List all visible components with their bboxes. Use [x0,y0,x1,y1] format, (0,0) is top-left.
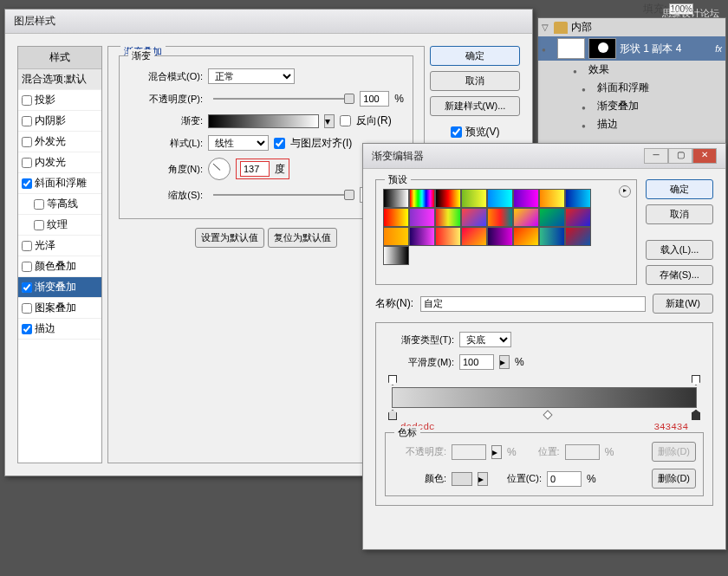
eye-icon[interactable] [582,100,594,113]
preset-swatch[interactable] [487,189,513,208]
style-list-item[interactable]: 等高线 [18,194,101,215]
gradient-type-select[interactable]: 实底 [459,332,511,347]
load-button[interactable]: 载入(L)... [646,240,713,260]
smoothness-dropdown[interactable]: ▸ [499,355,510,369]
style-checkbox[interactable] [22,137,32,147]
preset-menu-button[interactable]: ▸ [619,185,631,197]
preset-swatch[interactable] [435,208,461,227]
style-list-item[interactable]: 颜色叠加 [18,256,101,277]
eye-icon[interactable] [582,119,594,131]
style-list-item[interactable]: 斜面和浮雕 [18,173,101,194]
angle-input[interactable] [240,161,270,177]
cancel-button[interactable]: 取消 [430,71,520,91]
layer-fx-row[interactable]: 效果 [538,61,725,79]
layer-fx-item[interactable]: 渐变叠加 [538,97,725,115]
color-position-input[interactable] [547,471,582,487]
scale-slider[interactable] [213,194,349,196]
align-checkbox[interactable] [274,138,285,149]
blend-mode-select[interactable]: 正常 [208,68,295,84]
opacity-stop-right[interactable] [692,375,700,385]
eye-icon[interactable] [582,82,594,94]
opacity-input[interactable] [360,91,389,107]
gradient-dropdown-button[interactable]: ▾ [324,114,335,128]
minimize-button[interactable]: ─ [644,148,668,164]
eye-icon[interactable] [573,64,585,76]
preset-swatch[interactable] [513,227,539,246]
color-swatch[interactable] [452,472,472,486]
maximize-button[interactable]: ▢ [668,148,692,164]
ok-button[interactable]: 确定 [646,179,713,199]
preset-swatch[interactable] [461,189,487,208]
reverse-checkbox[interactable] [340,115,351,126]
preview-checkbox[interactable] [451,126,462,138]
gradient-bar[interactable] [392,387,697,408]
style-list-item[interactable]: 图案叠加 [18,298,101,319]
preset-swatch[interactable] [539,227,565,246]
preset-swatch[interactable] [383,189,409,208]
preset-swatch[interactable] [487,227,513,246]
preset-swatch[interactable] [383,208,409,227]
preset-swatch[interactable] [539,208,565,227]
preset-swatch[interactable] [487,208,513,227]
style-select[interactable]: 线性 [208,135,269,151]
smoothness-input[interactable] [459,354,494,370]
style-list-item[interactable]: 投影 [18,90,101,111]
name-input[interactable] [420,296,646,312]
style-list-item[interactable]: 渐变叠加 [18,277,101,298]
preset-swatch[interactable] [383,227,409,246]
preset-swatch[interactable] [565,208,591,227]
style-checkbox[interactable] [34,220,44,230]
opacity-slider[interactable] [213,98,349,100]
close-button[interactable]: ✕ [692,148,717,164]
style-checkbox[interactable] [22,324,32,334]
style-checkbox[interactable] [22,262,32,272]
preset-swatch[interactable] [539,189,565,208]
angle-dial[interactable] [208,158,231,180]
preset-swatch[interactable] [461,208,487,227]
preset-swatch[interactable] [383,246,409,265]
dialog-titlebar[interactable]: 图层样式 [5,10,532,34]
style-list-item[interactable]: 外发光 [18,132,101,152]
style-checkbox[interactable] [22,116,32,126]
style-checkbox[interactable] [22,95,32,106]
preset-swatch[interactable] [461,227,487,246]
style-checkbox[interactable] [22,282,32,293]
preset-swatch[interactable] [409,189,435,208]
style-checkbox[interactable] [22,241,32,251]
preset-swatch[interactable] [435,227,461,246]
layer-folder-row[interactable]: ▽ 内部 [538,18,725,36]
delete-color-button[interactable]: 删除(D) [652,469,696,489]
midpoint-marker[interactable] [543,410,552,419]
set-default-button[interactable]: 设置为默认值 [195,228,264,248]
style-list-item[interactable]: 描边 [18,319,101,340]
preset-swatch[interactable] [409,227,435,246]
dialog-titlebar[interactable]: 渐变编辑器 ─ ▢ ✕ [363,144,725,169]
fx-badge[interactable]: fx [715,44,722,54]
style-checkbox[interactable] [34,199,44,210]
style-list-item[interactable]: 内发光 [18,152,101,173]
gradient-bar-editor[interactable]: dcdcdc 343434 [392,387,697,408]
style-checkbox[interactable] [22,303,32,314]
layer-fx-item[interactable]: 斜面和浮雕 [538,79,725,97]
new-button[interactable]: 新建(W) [653,294,713,314]
gradient-preview[interactable] [208,114,319,128]
color-stop-left[interactable] [388,410,397,420]
ok-button[interactable]: 确定 [430,46,520,66]
preset-swatch[interactable] [565,227,591,246]
cancel-button[interactable]: 取消 [646,204,713,224]
blend-options-item[interactable]: 混合选项:默认 [18,69,101,90]
style-checkbox[interactable] [22,158,32,168]
save-button[interactable]: 存储(S)... [646,265,713,285]
eye-icon[interactable] [542,42,554,55]
style-list-item[interactable]: 光泽 [18,236,101,256]
preset-swatch[interactable] [513,189,539,208]
style-list-item[interactable]: 内阴影 [18,111,101,132]
style-list-item[interactable]: 纹理 [18,215,101,236]
preset-swatch[interactable] [513,208,539,227]
preset-swatch[interactable] [409,208,435,227]
opacity-stop-left[interactable] [388,375,397,385]
preset-swatch[interactable] [565,189,591,208]
style-checkbox[interactable] [22,178,32,189]
new-style-button[interactable]: 新建样式(W)... [430,96,520,116]
layer-fx-item[interactable]: 描边 [538,115,725,133]
